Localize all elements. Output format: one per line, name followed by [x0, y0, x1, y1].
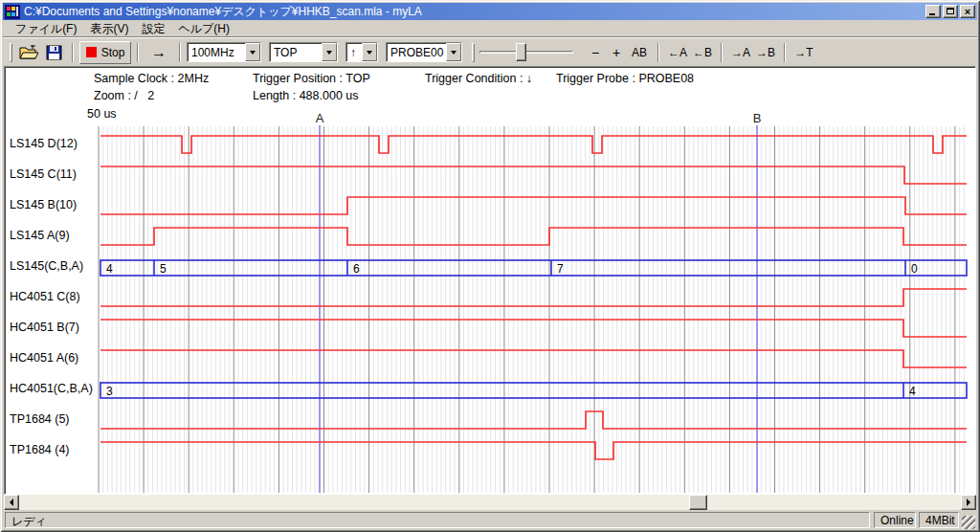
- open-file-button[interactable]: [15, 41, 42, 64]
- minimize-icon: [929, 13, 935, 15]
- zoom-ab-label: AB: [632, 46, 647, 59]
- menu-settings[interactable]: 設定: [135, 19, 171, 39]
- title-bar: C:¥Documents and Settings¥noname¥デスクトップ¥…: [3, 3, 977, 20]
- status-ready: レディ: [5, 512, 870, 528]
- zoom-ab-button[interactable]: AB: [627, 41, 652, 64]
- status-bar: レディ Online 4MBit: [3, 510, 977, 529]
- stop-label: Stop: [101, 46, 125, 59]
- chevron-down-icon[interactable]: [446, 43, 461, 61]
- toolbar-separator: [784, 43, 786, 62]
- trigger-position-select[interactable]: TOP: [269, 42, 338, 62]
- signal-trace: [100, 350, 967, 367]
- menu-file[interactable]: ファイル(F): [9, 19, 83, 39]
- trigger-probe-select[interactable]: PROBE00: [386, 42, 462, 62]
- marker-a-left-button[interactable]: ←A: [665, 41, 690, 64]
- bus-value: 5: [160, 262, 167, 276]
- close-button[interactable]: ×: [960, 5, 975, 18]
- status-memory-badge: 4MBit: [919, 512, 959, 528]
- info-length: Length : 488.000 us: [253, 89, 359, 102]
- signal-trace: [100, 442, 967, 459]
- signal-trace: [100, 228, 967, 245]
- signal-trace: [100, 197, 967, 214]
- triangle-right-icon: [967, 499, 970, 506]
- sample-clock-select[interactable]: 100MHz: [187, 42, 261, 62]
- zoom-out-button[interactable]: −: [585, 41, 606, 64]
- toolbar-separator: [179, 43, 181, 62]
- bus-value: 3: [106, 385, 113, 398]
- resize-grip-icon[interactable]: [962, 516, 975, 529]
- waveform-canvas[interactable]: 4567034: [0, 124, 969, 495]
- stop-button[interactable]: Stop: [79, 41, 131, 64]
- toolbar: Stop → 100MHz TOP ↑ PROBE00 −: [3, 38, 977, 66]
- info-trigger-condition: Trigger Condition : ↓: [425, 72, 532, 85]
- toolbar-separator: [72, 43, 74, 62]
- bus-trace: [100, 383, 967, 398]
- run-button[interactable]: →: [145, 41, 173, 64]
- run-arrow-icon: →: [151, 44, 167, 61]
- zoom-in-button[interactable]: +: [606, 41, 627, 64]
- signal-trace: [100, 166, 967, 184]
- info-trigger-position: Trigger Position : TOP: [253, 72, 370, 85]
- trigger-edge-select[interactable]: ↑: [345, 42, 378, 62]
- goto-trigger-label: →T: [794, 46, 813, 59]
- close-icon: ×: [961, 5, 974, 18]
- bus-value: 0: [911, 262, 918, 276]
- bus-value: 7: [557, 262, 564, 276]
- scroll-left-button[interactable]: [4, 495, 19, 510]
- bus-value: 6: [353, 262, 360, 276]
- scrollbar-thumb[interactable]: [689, 495, 707, 510]
- marker-label-a[interactable]: A: [314, 111, 325, 125]
- signal-trace: [100, 136, 967, 153]
- signal-trace: [100, 411, 967, 429]
- zoom-out-label: −: [591, 45, 599, 60]
- toolbar-grip[interactable]: [472, 43, 475, 62]
- marker-label-b[interactable]: B: [751, 111, 763, 125]
- chevron-down-icon[interactable]: [245, 43, 260, 61]
- stop-icon: [86, 47, 97, 57]
- trigger-position-value: TOP: [270, 43, 322, 61]
- toolbar-grip[interactable]: [10, 43, 12, 62]
- menu-help[interactable]: ヘルプ(H): [171, 19, 236, 39]
- chevron-down-icon[interactable]: [362, 43, 377, 61]
- save-button[interactable]: [42, 41, 66, 64]
- trigger-probe-value: PROBE00: [387, 43, 446, 61]
- marker-b-right-label: →B: [756, 46, 775, 59]
- bus-value: 4: [106, 262, 113, 276]
- bus-trace: [100, 260, 967, 276]
- scroll-right-button[interactable]: [961, 495, 976, 510]
- zoom-slider[interactable]: [479, 42, 573, 62]
- minimize-button[interactable]: [925, 5, 941, 18]
- maximize-icon: [947, 8, 954, 14]
- timeline-scale-label: 50 us: [87, 107, 117, 121]
- info-sample-clock: Sample Clock : 2MHz: [94, 72, 209, 85]
- maximize-button[interactable]: [943, 5, 958, 18]
- marker-a-right-button[interactable]: →A: [728, 41, 753, 64]
- app-icon[interactable]: [5, 5, 20, 19]
- horizontal-scrollbar[interactable]: [4, 495, 976, 510]
- status-online-badge: Online: [874, 512, 916, 528]
- info-zoom: Zoom : / 2: [94, 89, 154, 102]
- zoom-slider-handle[interactable]: [516, 43, 526, 61]
- chevron-down-icon[interactable]: [322, 43, 337, 61]
- info-trigger-probe: Trigger Probe : PROBE08: [556, 72, 694, 85]
- goto-trigger-button[interactable]: →T: [791, 41, 816, 64]
- scrollbar-track[interactable]: [19, 495, 961, 510]
- app-window: C:¥Documents and Settings¥noname¥デスクトップ¥…: [0, 0, 980, 532]
- marker-b-left-label: ←B: [693, 46, 712, 59]
- trigger-edge-value: ↑: [346, 43, 362, 61]
- toolbar-separator: [657, 43, 659, 62]
- menu-view[interactable]: 表示(V): [83, 19, 135, 39]
- open-folder-icon: [19, 45, 38, 60]
- marker-b-right-button[interactable]: →B: [753, 41, 778, 64]
- marker-a-right-label: →A: [731, 46, 750, 59]
- zoom-in-label: +: [612, 45, 620, 60]
- window-title: C:¥Documents and Settings¥noname¥デスクトップ¥…: [24, 4, 924, 20]
- bus-value: 4: [909, 385, 916, 398]
- marker-a-left-label: ←A: [668, 46, 687, 59]
- marker-b-left-button[interactable]: ←B: [690, 41, 715, 64]
- toolbar-separator: [721, 43, 723, 62]
- signal-trace: [100, 320, 967, 337]
- zoom-slider-track: [479, 51, 573, 54]
- toolbar-separator: [137, 43, 139, 62]
- sample-clock-value: 100MHz: [188, 43, 245, 61]
